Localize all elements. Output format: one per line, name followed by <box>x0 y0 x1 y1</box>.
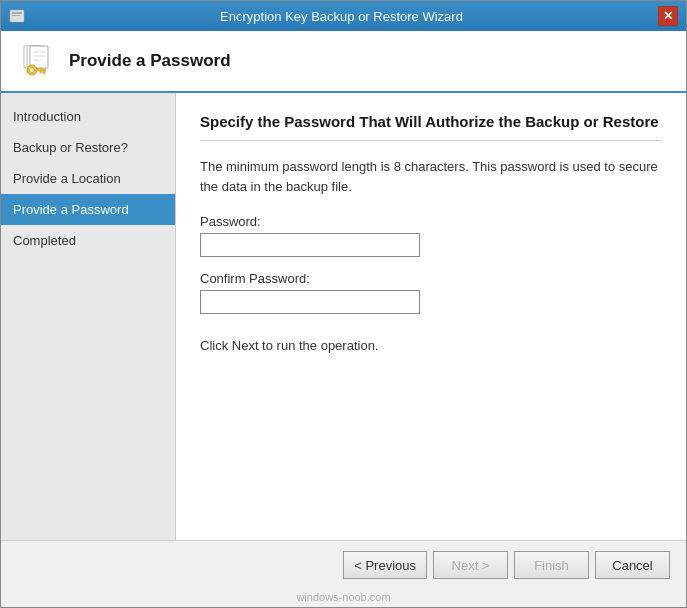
svg-rect-2 <box>12 15 20 16</box>
sidebar-item-provide-location[interactable]: Provide a Location <box>1 163 175 194</box>
next-button[interactable]: Next > <box>433 551 508 579</box>
svg-point-10 <box>30 68 35 73</box>
main-heading: Specify the Password That Will Authorize… <box>200 113 662 141</box>
password-label: Password: <box>200 214 662 229</box>
svg-rect-12 <box>43 71 45 74</box>
sidebar-item-completed[interactable]: Completed <box>1 225 175 256</box>
sidebar-item-provide-password[interactable]: Provide a Password <box>1 194 175 225</box>
finish-button[interactable]: Finish <box>514 551 589 579</box>
header-title: Provide a Password <box>69 51 231 71</box>
window-title: Encryption Key Backup or Restore Wizard <box>25 9 658 24</box>
previous-button[interactable]: < Previous <box>343 551 427 579</box>
main-window: Encryption Key Backup or Restore Wizard … <box>0 0 687 608</box>
key-icon <box>17 41 57 81</box>
cancel-button[interactable]: Cancel <box>595 551 670 579</box>
close-button[interactable]: ✕ <box>658 6 678 26</box>
svg-rect-1 <box>12 12 22 14</box>
password-input[interactable] <box>200 233 420 257</box>
confirm-password-input[interactable] <box>200 290 420 314</box>
app-icon <box>9 8 25 24</box>
content-area: Introduction Backup or Restore? Provide … <box>1 93 686 540</box>
password-field-group: Password: <box>200 214 662 271</box>
footer: < Previous Next > Finish Cancel <box>1 540 686 589</box>
sidebar-item-backup-restore[interactable]: Backup or Restore? <box>1 132 175 163</box>
watermark: windows-noob.com <box>1 589 686 607</box>
main-panel: Specify the Password That Will Authorize… <box>176 93 686 540</box>
svg-rect-11 <box>36 69 46 71</box>
sidebar-item-introduction[interactable]: Introduction <box>1 101 175 132</box>
header-area: Provide a Password <box>1 31 686 93</box>
titlebar: Encryption Key Backup or Restore Wizard … <box>1 1 686 31</box>
confirm-password-label: Confirm Password: <box>200 271 662 286</box>
click-next-text: Click Next to run the operation. <box>200 338 662 353</box>
description-text: The minimum password length is 8 charact… <box>200 157 662 196</box>
confirm-password-field-group: Confirm Password: <box>200 271 662 328</box>
svg-rect-13 <box>40 71 42 73</box>
sidebar: Introduction Backup or Restore? Provide … <box>1 93 176 540</box>
